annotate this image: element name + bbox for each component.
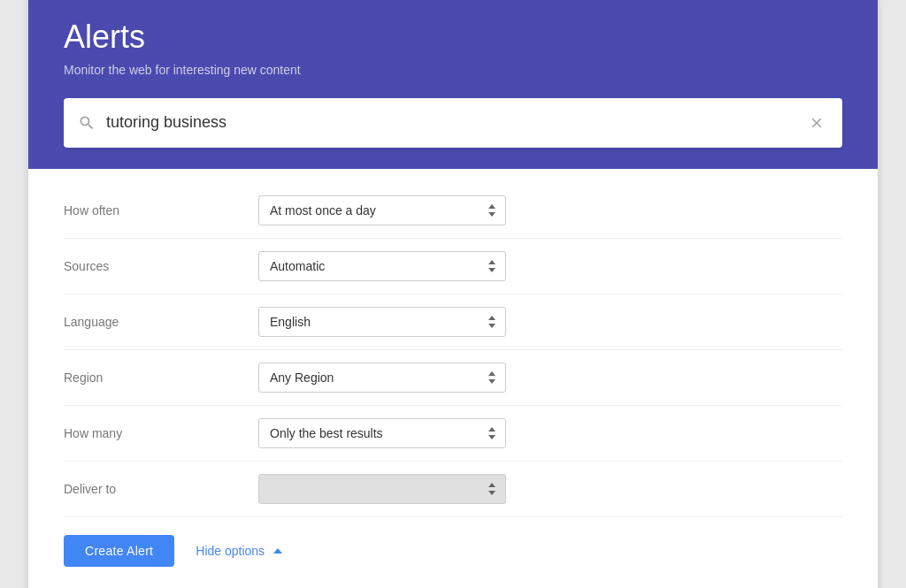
clear-search-button[interactable] <box>805 111 828 134</box>
actions-bar: Create Alert Hide options <box>64 517 842 567</box>
how-often-label: How often <box>64 203 258 218</box>
how-many-select[interactable]: Only the best results All results <box>258 418 506 448</box>
alerts-app: Alerts Monitor the web for interesting n… <box>28 0 878 588</box>
region-row: Region Any Region United States United K… <box>64 350 842 406</box>
deliver-to-label: Deliver to <box>64 482 258 496</box>
sources-select[interactable]: Automatic News Blogs Web Video Books Dis… <box>258 251 506 281</box>
how-many-row: How many Only the best results All resul… <box>64 406 842 462</box>
language-select[interactable]: Any Language English Spanish French Germ… <box>258 307 506 337</box>
deliver-to-select[interactable] <box>258 474 506 504</box>
up-arrow-icon <box>273 548 282 554</box>
how-many-label: How many <box>64 426 258 440</box>
how-often-select[interactable]: As-it-happens At most once a day At most… <box>258 195 506 225</box>
page-title: Alerts <box>64 19 842 56</box>
region-select[interactable]: Any Region United States United Kingdom … <box>258 363 506 393</box>
hide-options-label: Hide options <box>196 544 265 558</box>
language-row: Language Any Language English Spanish Fr… <box>64 294 842 350</box>
language-label: Language <box>64 315 258 329</box>
how-often-row: How often As-it-happens At most once a d… <box>64 183 842 239</box>
sources-label: Sources <box>64 259 258 273</box>
sources-row: Sources Automatic News Blogs Web Video B… <box>64 239 842 294</box>
search-bar <box>64 98 842 148</box>
search-input[interactable] <box>106 113 805 132</box>
create-alert-button[interactable]: Create Alert <box>64 535 174 567</box>
header: Alerts Monitor the web for interesting n… <box>28 0 878 98</box>
page-subtitle: Monitor the web for interesting new cont… <box>64 63 842 77</box>
deliver-to-row: Deliver to <box>64 462 842 517</box>
region-label: Region <box>64 370 258 385</box>
search-icon <box>78 114 96 132</box>
search-bar-wrapper <box>28 98 878 169</box>
options-panel: How often As-it-happens At most once a d… <box>28 169 878 589</box>
hide-options-button[interactable]: Hide options <box>196 544 282 558</box>
